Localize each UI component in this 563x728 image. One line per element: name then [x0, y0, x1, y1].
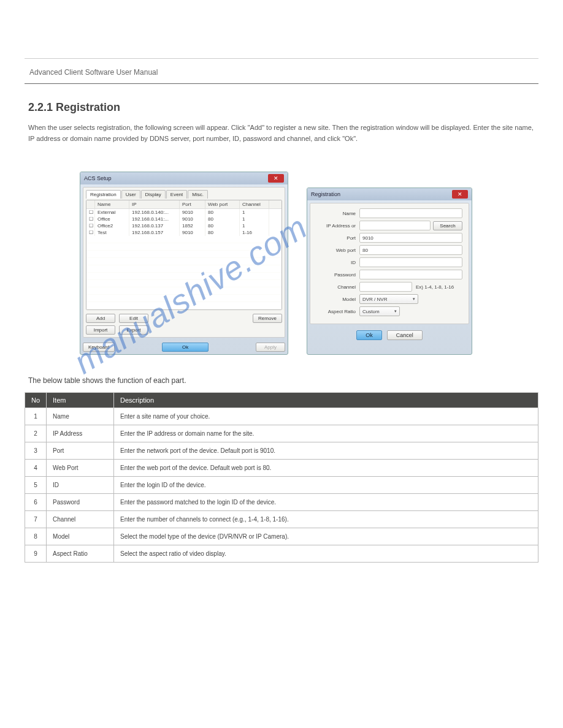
model-select[interactable]: DVR / NVR▾ [359, 294, 418, 304]
reg-cancel-button[interactable]: Cancel [387, 330, 423, 340]
col-webport: Web port [205, 200, 240, 208]
tab-user[interactable]: User [121, 190, 140, 199]
table-row: 7ChannelEnter the number of channels to … [25, 511, 538, 528]
table-row[interactable]: ☐ Test 192.168.0.157 9010 80 1-16 [86, 229, 282, 236]
table-row[interactable]: ☐ Office 192.168.0.141:... 9010 80 1 [86, 216, 282, 222]
table-row: 1NameEnter a site name of your choice. [25, 408, 538, 425]
table-row: 8ModelSelect the model type of the devic… [25, 528, 538, 545]
table-row[interactable]: ☐ Office2 192.168.0.137 1852 80 1 [86, 222, 282, 229]
import-button[interactable]: Import [86, 325, 115, 335]
label-ip: IP Address or [316, 223, 359, 229]
description-table: No Item Description 1NameEnter a site na… [25, 392, 538, 563]
chevron-down-icon: ▾ [394, 309, 397, 314]
label-id: ID [316, 260, 359, 265]
label-aspect: Aspect Ratio [316, 309, 359, 314]
th-item: Item [47, 393, 114, 408]
col-name: Name [95, 200, 129, 208]
label-model: Model [316, 297, 359, 302]
table-row[interactable]: ☐ External 192.168.0.140:... 9010 80 1 [86, 209, 282, 216]
table-caption: The below table shows the function of ea… [28, 376, 186, 385]
tab-registration[interactable]: Registration [86, 190, 121, 199]
channel-hint: Ex) 1-4, 1-8, 1-16 [416, 284, 454, 290]
ok-button[interactable]: Ok [162, 343, 209, 352]
table-row: 6PasswordEnter the password matched to t… [25, 494, 538, 511]
reg-ok-button[interactable]: Ok [356, 330, 382, 340]
id-input[interactable] [359, 257, 462, 267]
label-webport: Web port [316, 248, 359, 253]
section-description: When the user selects registration, the … [28, 123, 535, 144]
aspect-select[interactable]: Custom▾ [359, 306, 400, 316]
keyboard-button[interactable]: Keyboard [83, 343, 115, 352]
label-name: Name [316, 211, 359, 216]
edit-button[interactable]: Edit [119, 314, 148, 323]
table-row: 4Web PortEnter the web port of the devic… [25, 460, 538, 477]
password-input[interactable] [359, 270, 462, 279]
col-port: Port [180, 200, 205, 208]
th-desc: Description [114, 393, 538, 408]
tab-bar: Registration User Display Event Misc. [86, 190, 282, 199]
label-channel: Channel [316, 284, 359, 290]
close-icon[interactable]: ✕ [452, 190, 468, 199]
export-button[interactable]: Export [119, 325, 148, 335]
tab-event[interactable]: Event [166, 190, 187, 199]
section-title: 2.2.1 Registration [28, 101, 120, 114]
screenshot-area: ACS Setup ✕ Registration User Display Ev… [80, 172, 472, 355]
acs-setup-title: ACS Setup [84, 175, 112, 181]
registration-dialog: Registration ✕ Name IP Address or Search… [307, 188, 472, 355]
label-password: Password [316, 272, 359, 278]
site-table: Name IP Port Web port Channel ☐ External… [86, 200, 282, 310]
chevron-down-icon: ▾ [413, 297, 415, 301]
name-input[interactable] [359, 208, 462, 218]
table-row: 9Aspect RatioSelect the aspect ratio of … [25, 545, 538, 563]
tab-display[interactable]: Display [141, 190, 166, 199]
ip-input[interactable] [359, 221, 431, 230]
close-icon[interactable]: ✕ [268, 174, 284, 183]
webport-input[interactable]: 80 [359, 245, 462, 255]
header-left-text: Advanced Client Software User Manual [29, 68, 158, 77]
remove-button[interactable]: Remove [253, 314, 282, 323]
apply-button[interactable]: Apply [256, 343, 285, 352]
col-channel: Channel [240, 200, 269, 208]
col-ip: IP [129, 200, 180, 208]
table-row: 3PortEnter the network port of the devic… [25, 442, 538, 460]
add-button[interactable]: Add [86, 314, 115, 323]
tab-misc[interactable]: Misc. [188, 190, 208, 199]
th-no: No [25, 393, 47, 408]
label-port: Port [316, 235, 359, 241]
registration-title: Registration [311, 191, 340, 197]
acs-setup-dialog: ACS Setup ✕ Registration User Display Ev… [80, 172, 288, 355]
table-row: 5IDEnter the login ID of the device. [25, 477, 538, 494]
table-row: 2IP AddressEnter the IP address or domai… [25, 425, 538, 442]
port-input[interactable]: 9010 [359, 233, 462, 243]
search-button[interactable]: Search [433, 221, 462, 230]
page-header: Advanced Client Software User Manual [25, 61, 538, 83]
channel-input[interactable] [359, 282, 412, 292]
col-checkbox [86, 200, 95, 208]
